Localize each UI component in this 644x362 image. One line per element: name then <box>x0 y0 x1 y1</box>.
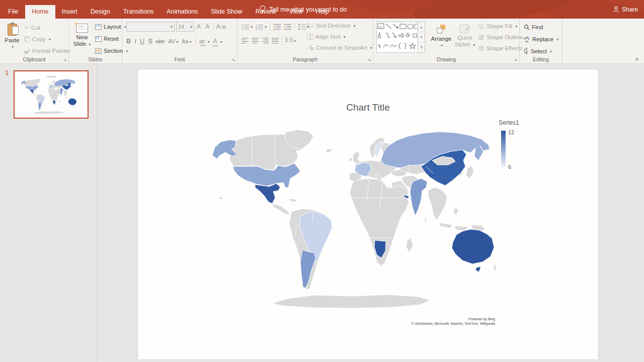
ribbon-spacer: ∧ <box>562 19 644 63</box>
legend-min-value: 6 <box>508 164 511 170</box>
paragraph-dialog-launcher[interactable]: ⇘ <box>367 57 371 62</box>
paste-label: Paste <box>5 37 19 44</box>
svg-text:A: A <box>310 24 313 29</box>
tab-file[interactable]: File <box>1 5 25 19</box>
tell-me-label: Tell me what you want to do <box>269 6 347 13</box>
shape-fill-icon <box>478 23 485 29</box>
paste-button[interactable]: Paste ▾ <box>3 22 21 55</box>
new-slide-button[interactable]: New Slide ▾ <box>72 22 92 55</box>
find-button[interactable]: Find <box>524 23 562 32</box>
ribbon: Paste ▾ ✂ Cut Copy ▾ Format P <box>0 19 644 64</box>
select-button[interactable]: Select▾ <box>524 47 562 56</box>
shape-outline-icon <box>478 34 485 40</box>
align-center-button <box>252 38 259 44</box>
font-color-button: A▾ <box>213 38 222 45</box>
replace-label: Replace <box>532 36 553 42</box>
tab-animations[interactable]: Animations <box>160 5 204 19</box>
section-label: Section <box>104 48 123 54</box>
copy-icon <box>24 36 30 42</box>
columns-button: ▾ <box>285 38 296 44</box>
share-button[interactable]: Share <box>613 0 638 19</box>
font-dialog-launcher[interactable]: ⇘ <box>231 57 235 62</box>
tab-design[interactable]: Design <box>84 5 117 19</box>
ribbon-group-font: ▾ 24▾ Aˆ Aˇ A⌫ B I U S abc AV▾ Aa▾ ab▾ A… <box>122 19 237 63</box>
legend-gradient-bar[interactable] <box>501 131 506 167</box>
tab-slide-show[interactable]: Slide Show <box>204 5 249 19</box>
format-painter-label: Format Painter <box>32 48 70 54</box>
change-case-button: Aa▾ <box>182 38 191 44</box>
ribbon-group-paragraph: ▾ 123 ▾ ▾ <box>237 19 373 63</box>
share-label: Share <box>622 6 638 13</box>
drawing-dialog-launcher[interactable]: ⇘ <box>514 57 518 62</box>
ribbon-group-editing: Find abac Replace▾ Select▾ Editing <box>520 19 562 63</box>
workspace: 1 Chart Title Chart Title Series1 12 6 P… <box>0 64 644 361</box>
cut-icon: ✂ <box>24 24 29 31</box>
reset-label: Reset <box>104 36 119 42</box>
shape-outline-label: Shape Outline <box>487 34 523 40</box>
svg-text:ac: ac <box>525 40 528 42</box>
quick-styles-label: Quick <box>457 35 472 41</box>
tab-transitions[interactable]: Transitions <box>117 5 160 19</box>
shapes-gallery[interactable] <box>376 22 418 53</box>
replace-button[interactable]: abac Replace▾ <box>524 35 562 44</box>
shapes-scroll-up-icon[interactable]: ▴ <box>418 22 425 32</box>
shapes-more-icon[interactable]: ⊽ <box>418 43 425 52</box>
convert-smartart-label: Convert to SmartArt <box>316 45 367 51</box>
font-group-label: Font <box>122 56 237 62</box>
text-highlight-button: ab▾ <box>199 39 210 44</box>
new-slide-dropdown[interactable]: ▾ <box>89 42 91 47</box>
bold-button: B <box>126 38 131 45</box>
copy-label: Copy <box>32 36 46 42</box>
font-size-value: 24 <box>178 24 184 30</box>
bullets-button: ▾ <box>242 24 253 30</box>
legend-max-value: 12 <box>508 129 514 135</box>
character-spacing-button: AV▾ <box>168 38 178 44</box>
tell-me-box[interactable]: Tell me what you want to do <box>260 0 347 19</box>
find-icon <box>524 24 530 30</box>
slide-thumbnail-1[interactable]: Chart Title <box>14 70 89 119</box>
clipboard-group-label: Clipboard <box>0 56 68 62</box>
map-chart[interactable] <box>211 128 496 312</box>
text-shadow-button: S <box>148 38 152 45</box>
tab-insert[interactable]: Insert <box>55 5 84 19</box>
text-direction-label: Text Direction <box>315 23 351 29</box>
select-icon <box>524 48 529 54</box>
slide-thumbnail-panel[interactable]: 1 Chart Title <box>0 64 97 361</box>
legend-series-name[interactable]: Series1 <box>499 119 519 126</box>
arrange-dropdown[interactable]: ▾ <box>441 42 443 49</box>
ribbon-group-slides: New Slide ▾ Layout▾ Reset Section▾ Slide… <box>69 19 122 63</box>
shapes-gallery-scroll[interactable]: ▴ ▾ ⊽ <box>418 22 425 53</box>
chart-title[interactable]: Chart Title <box>138 102 598 113</box>
shapes-scroll-down-icon[interactable]: ▾ <box>418 32 425 42</box>
collapse-ribbon-button[interactable]: ∧ <box>635 56 639 62</box>
slide-canvas[interactable]: Chart Title Series1 12 6 Powered by Bing… <box>137 69 599 360</box>
ribbon-group-drawing: ▴ ▾ ⊽ Arrange ▾ Quick Styles ▾ Shape Fil… <box>373 19 520 63</box>
title-bar: File Home Insert Design Transitions Anim… <box>0 0 644 19</box>
tab-home[interactable]: Home <box>25 5 55 19</box>
editing-group-label: Editing <box>520 56 562 62</box>
convert-to-smartart-button: Convert to SmartArt▾ <box>307 43 372 52</box>
reset-icon <box>95 36 102 42</box>
clipboard-dialog-launcher[interactable]: ⇘ <box>63 57 67 62</box>
copy-button: Copy ▾ <box>24 34 70 44</box>
cut-label: Cut <box>31 25 40 31</box>
new-slide-icon <box>76 24 88 33</box>
italic-button: I <box>134 38 136 45</box>
arrange-label: Arrange <box>431 36 452 42</box>
shape-fill-label: Shape Fill <box>487 23 512 29</box>
strikethrough-button: abc <box>156 38 165 44</box>
slide-number: 1 <box>5 69 9 76</box>
arrange-button[interactable]: Arrange ▾ <box>430 22 453 55</box>
drawing-group-label: Drawing <box>373 56 519 62</box>
align-text-label: Align Text <box>315 34 341 40</box>
powered-by-bing: Powered by Bing <box>411 317 495 321</box>
align-left-button <box>242 38 249 44</box>
select-label: Select <box>531 48 547 54</box>
align-text-icon <box>307 34 313 40</box>
lightbulb-icon <box>260 5 266 14</box>
text-direction-icon: A <box>307 23 313 29</box>
find-label: Find <box>532 24 543 30</box>
replace-icon: abac <box>524 36 530 42</box>
arrange-icon <box>436 24 447 35</box>
paste-dropdown[interactable]: ▾ <box>12 44 14 50</box>
